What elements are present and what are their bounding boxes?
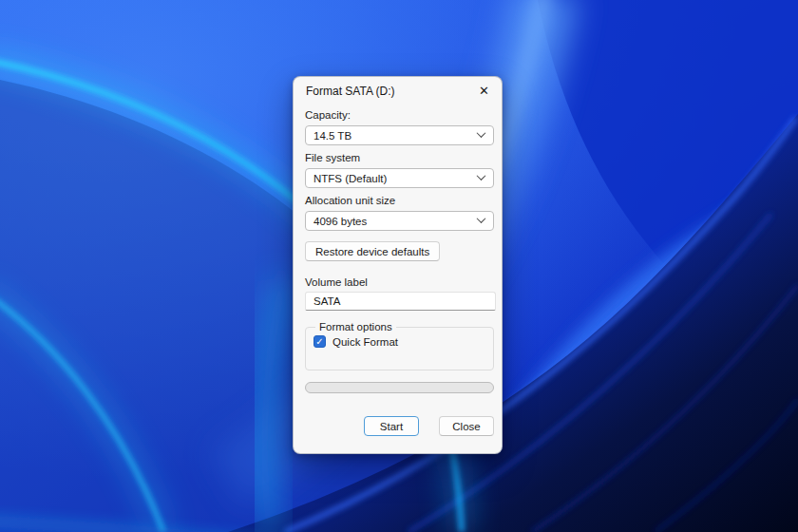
file-system-select[interactable]: NTFS (Default) xyxy=(305,168,494,188)
chevron-down-icon xyxy=(477,171,486,180)
start-button[interactable]: Start xyxy=(364,416,419,436)
chevron-down-icon xyxy=(477,128,486,138)
capacity-select[interactable]: 14.5 TB xyxy=(305,125,494,145)
format-options-group: Format options ✓ Quick Format xyxy=(305,321,494,370)
dialog-titlebar: Format SATA (D:) ✕ xyxy=(294,77,502,102)
allocation-unit-label: Allocation unit size xyxy=(305,195,494,207)
volume-label-input[interactable] xyxy=(305,292,496,311)
allocation-unit-select[interactable]: 4096 bytes xyxy=(305,211,494,231)
allocation-unit-value: 4096 bytes xyxy=(314,216,367,227)
file-system-value: NTFS (Default) xyxy=(314,173,387,184)
chevron-down-icon xyxy=(477,214,486,223)
quick-format-row[interactable]: ✓ Quick Format xyxy=(314,335,485,348)
dialog-title: Format SATA (D:) xyxy=(306,85,395,98)
quick-format-label: Quick Format xyxy=(332,336,398,348)
desktop: Format SATA (D:) ✕ Capacity: 14.5 TB Fil… xyxy=(0,0,798,532)
file-system-label: File system xyxy=(305,152,494,164)
format-progress-bar xyxy=(305,382,494,393)
volume-label: Volume label xyxy=(305,276,494,289)
capacity-label: Capacity: xyxy=(305,109,494,122)
format-dialog: Format SATA (D:) ✕ Capacity: 14.5 TB Fil… xyxy=(293,76,503,454)
restore-defaults-button[interactable]: Restore device defaults xyxy=(305,241,440,261)
close-icon[interactable]: ✕ xyxy=(476,84,492,98)
capacity-value: 14.5 TB xyxy=(314,130,352,142)
dialog-buttons: Start Close xyxy=(305,416,494,436)
quick-format-checkbox[interactable]: ✓ xyxy=(314,335,326,348)
checkmark-icon: ✓ xyxy=(315,336,323,347)
close-button[interactable]: Close xyxy=(439,416,494,436)
dialog-content: Capacity: 14.5 TB File system NTFS (Defa… xyxy=(294,109,502,436)
format-options-legend: Format options xyxy=(315,321,396,332)
